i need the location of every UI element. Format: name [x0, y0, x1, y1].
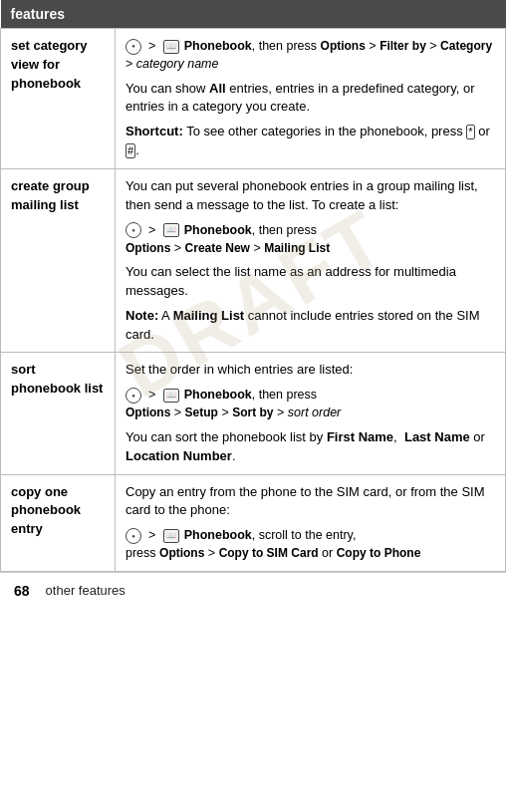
- nav-path-3: > 📖 Phonebook, then press Options > Setu…: [126, 386, 495, 422]
- nav-path-1: > 📖 Phonebook, then press Options > Filt…: [126, 37, 495, 74]
- footer-text: other features: [46, 583, 126, 598]
- desc-text-3b: You can sort the phonebook list by First…: [126, 428, 495, 466]
- nav-path-2: > 📖 Phonebook, then press Options > Crea…: [126, 221, 495, 258]
- hash-icon: #: [126, 143, 135, 158]
- desc-text-3a: Set the order in which entries are liste…: [126, 361, 495, 380]
- table-row: create group mailing list You can put se…: [1, 168, 506, 353]
- feature-name-sort-phonebook: sort phonebook list: [1, 353, 116, 474]
- desc-text-2b: You can select the list name as an addre…: [126, 263, 495, 301]
- nav-path-4: > 📖 Phonebook, scroll to the entry, pres…: [126, 526, 495, 563]
- star-icon: *: [466, 125, 474, 139]
- feature-name-create-group: create group mailing list: [1, 168, 116, 353]
- footer: 68 other features: [0, 572, 506, 609]
- feature-desc-sort-phonebook: Set the order in which entries are liste…: [116, 353, 506, 474]
- table-row: sort phonebook list Set the order in whi…: [1, 353, 506, 474]
- joystick-icon: [126, 39, 141, 55]
- feature-desc-set-category: > 📖 Phonebook, then press Options > Filt…: [116, 29, 506, 169]
- feature-desc-copy-phonebook: Copy an entry from the phone to the SIM …: [116, 474, 506, 571]
- phonebook-icon: 📖: [163, 40, 179, 54]
- desc-text-1: You can show All entries, entries in a p…: [126, 80, 495, 118]
- page-wrapper: DRAFT features set category view for pho…: [0, 0, 506, 609]
- phonebook-icon-4: 📖: [163, 529, 179, 543]
- shortcut-text: Shortcut: To see other categories in the…: [126, 123, 495, 160]
- joystick-icon-2: [126, 222, 141, 238]
- table-header: features: [1, 0, 506, 29]
- feature-name-set-category: set category view for phonebook: [1, 29, 116, 169]
- desc-text-4a: Copy an entry from the phone to the SIM …: [126, 483, 495, 521]
- footer-page-number: 68: [14, 583, 30, 599]
- phonebook-icon-3: 📖: [163, 389, 179, 403]
- features-table: features set category view for phonebook…: [0, 0, 506, 572]
- joystick-icon-3: [126, 388, 141, 404]
- desc-text-2a: You can put several phonebook entries in…: [126, 177, 495, 215]
- note-text: Note: A Mailing List cannot include entr…: [126, 307, 495, 345]
- joystick-icon-4: [126, 528, 141, 544]
- feature-desc-create-group: You can put several phonebook entries in…: [116, 168, 506, 353]
- table-row: set category view for phonebook > 📖 Phon…: [1, 29, 506, 169]
- feature-name-copy-phonebook: copy one phonebook entry: [1, 474, 116, 571]
- phonebook-icon-2: 📖: [163, 223, 179, 237]
- table-row: copy one phonebook entry Copy an entry f…: [1, 474, 506, 571]
